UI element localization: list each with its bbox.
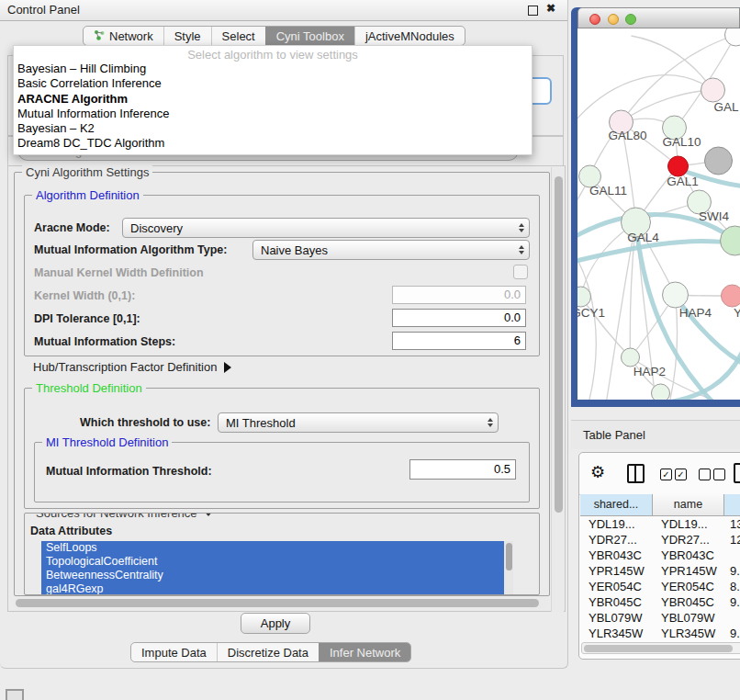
table-cell: YBR045C	[653, 594, 724, 610]
node-label: GCY1	[577, 306, 605, 320]
mi-type-combo[interactable]: Naive Bayes	[252, 240, 530, 260]
mi-threshold-label: Mutual Information Threshold:	[46, 465, 212, 478]
split-pane-icon[interactable]	[627, 464, 645, 483]
table-row[interactable]: YPR145WYPR145W9.	[580, 563, 740, 579]
column-header[interactable]: name	[653, 494, 724, 516]
algorithm-option[interactable]: Bayesian – K2	[14, 121, 532, 136]
gear-icon[interactable]: ⚙	[590, 464, 605, 480]
tab-discretize-data[interactable]: Discretize Data	[217, 643, 319, 661]
algorithm-popup-list: Bayesian – Hill ClimbingBasic Correlatio…	[14, 62, 532, 152]
attribute-item[interactable]: gal4RGexp	[41, 582, 513, 594]
table-cell: 9.	[724, 594, 740, 610]
algorithm-option[interactable]: Dream8 DC_TDC Algorithm	[14, 136, 532, 151]
tab-style[interactable]: Style	[163, 27, 211, 45]
scrollbar-thumb[interactable]	[506, 543, 512, 570]
network-view-window[interactable]: GALGAL80GAL10GAL1GAL11SWI4GAL4GCY1HAP4YH…	[571, 7, 740, 407]
scrollbar-thumb[interactable]	[16, 599, 539, 607]
network-node[interactable]	[663, 282, 689, 308]
deselect-all-icon[interactable]	[699, 469, 711, 480]
table-horizontal-scrollbar[interactable]	[581, 642, 740, 654]
table-cell: YPR145W	[580, 563, 653, 579]
table-cell: YBR045C	[580, 594, 653, 610]
tab-impute-data[interactable]: Impute Data	[131, 643, 217, 661]
aracne-mode-combo[interactable]: Discovery	[122, 218, 530, 238]
attributes-scrollbar[interactable]	[504, 541, 513, 594]
network-window-titlebar[interactable]	[577, 7, 740, 28]
deselect-all-icon[interactable]	[713, 469, 725, 480]
network-node[interactable]	[622, 348, 640, 367]
network-canvas[interactable]: GALGAL80GAL10GAL1GAL11SWI4GAL4GCY1HAP4YH…	[577, 28, 740, 400]
select-all-icon[interactable]: ✓	[660, 469, 672, 480]
tab-select[interactable]: Select	[211, 27, 265, 45]
network-edge[interactable]	[631, 357, 723, 400]
table-row[interactable]: YDR27...YDR27...12	[580, 532, 740, 548]
zoom-traffic-light-icon[interactable]	[625, 14, 636, 25]
panel-title: Control Panel	[7, 3, 80, 17]
kernel-width-field[interactable]: 0.0	[392, 286, 526, 304]
data-attributes-list[interactable]: SelfLoopsTopologicalCoefficientBetweenne…	[41, 541, 513, 594]
tab-cyni-toolbox[interactable]: Cyni Toolbox	[265, 27, 354, 45]
algorithm-option[interactable]: Bayesian – Hill Climbing	[14, 62, 532, 76]
attribute-item[interactable]: SelfLoops	[41, 541, 513, 555]
expand-right-icon	[224, 362, 231, 373]
close-icon[interactable]: ✖	[546, 4, 556, 14]
apply-button[interactable]: Apply	[241, 613, 310, 634]
network-node[interactable]	[725, 28, 740, 46]
scrollbar-thumb[interactable]	[584, 645, 733, 652]
hub-factor-expander[interactable]: Hub/Transcription Factor Definition	[33, 360, 231, 374]
network-edge[interactable]	[577, 251, 596, 400]
manual-kernel-checkbox[interactable]	[513, 265, 528, 279]
table-cell: 8.	[724, 579, 740, 594]
network-node[interactable]	[668, 156, 689, 176]
table-row[interactable]: YBL079WYBL079W	[580, 610, 740, 626]
algorithm-option[interactable]: ARACNE Algorithm	[14, 92, 532, 107]
table-row[interactable]: YLR345WYLR345W9.	[580, 626, 740, 641]
settings-vertical-scrollbar[interactable]	[551, 167, 564, 612]
node-label: GAL80	[608, 129, 646, 142]
network-edge[interactable]	[632, 36, 713, 90]
sources-group: Sources for Network Inference Data Attri…	[24, 513, 540, 595]
scrollbar-thumb[interactable]	[555, 176, 563, 513]
mi-threshold-field[interactable]: 0.5	[409, 459, 516, 480]
mi-steps-field[interactable]: 6	[392, 332, 526, 350]
document-icon[interactable]	[734, 463, 740, 483]
close-traffic-light-icon[interactable]	[589, 14, 600, 25]
bottom-tabs: Impute Data Discretize Data Infer Networ…	[130, 642, 411, 662]
tab-infer-network[interactable]: Infer Network	[319, 643, 410, 661]
table-row[interactable]: YBR043CYBR043C	[580, 548, 740, 563]
table-cell: YER054C	[580, 579, 653, 594]
sources-title[interactable]: Sources for Network Inference	[32, 513, 218, 520]
node-label: GAL4	[627, 231, 659, 244]
algorithm-option[interactable]: Basic Correlation Inference	[14, 76, 532, 91]
attribute-item[interactable]: TopologicalCoefficient	[41, 555, 513, 569]
settings-horizontal-scrollbar[interactable]	[13, 597, 549, 609]
table-row[interactable]: YBR045CYBR045C9.	[580, 594, 740, 610]
table-cell: YDL19...	[580, 516, 653, 532]
node-label: HAP4	[679, 306, 712, 320]
kernel-width-label: Kernel Width (0,1):	[34, 289, 135, 302]
table-row[interactable]: YER054CYER054C8.	[580, 579, 740, 594]
which-threshold-combo[interactable]: MI Threshold	[218, 412, 499, 433]
column-header[interactable]: shared...	[580, 494, 653, 516]
select-all-icon[interactable]: ✓	[675, 469, 687, 480]
float-window-icon[interactable]	[528, 6, 538, 16]
attribute-item[interactable]: BetweennessCentrality	[41, 569, 513, 582]
algorithm-option[interactable]: Mutual Information Inference	[14, 107, 532, 121]
column-header[interactable]	[724, 494, 740, 516]
aracne-mode-label: Aracne Mode:	[34, 221, 110, 234]
network-edge[interactable]	[577, 75, 713, 124]
minimize-traffic-light-icon[interactable]	[608, 14, 619, 25]
network-node[interactable]	[705, 147, 733, 175]
stepper-icon	[483, 413, 498, 432]
network-node[interactable]	[722, 285, 740, 307]
dpi-tolerance-field[interactable]: 0.0	[392, 309, 526, 327]
table-row[interactable]: YDL19...YDL19...13	[580, 516, 740, 532]
tab-network-label: Network	[109, 29, 153, 43]
tab-jactivemnodules[interactable]: jActiveMNodules	[354, 27, 465, 45]
control-panel-titlebar: Control Panel ✖	[0, 0, 567, 21]
network-node[interactable]	[701, 78, 725, 102]
node-label: GAL10	[662, 135, 701, 149]
restore-panel-icon[interactable]	[6, 689, 24, 700]
tab-network[interactable]: Network	[84, 27, 163, 45]
network-node[interactable]	[652, 384, 670, 400]
